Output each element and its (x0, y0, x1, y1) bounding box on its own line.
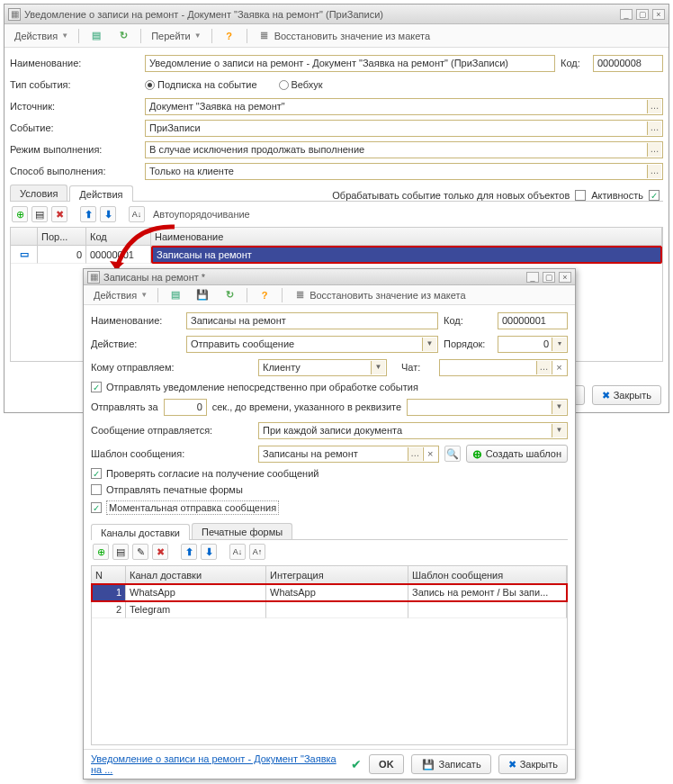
chat-input[interactable]: … × (439, 359, 568, 376)
move-down-button[interactable]: ⬇ (100, 206, 116, 222)
ellipsis-button[interactable]: … (647, 165, 661, 178)
send-before-input[interactable]: 0 (164, 399, 207, 416)
chevron-down-icon[interactable]: ▼ (552, 401, 566, 414)
col-n[interactable]: N (92, 566, 126, 583)
actions-menu[interactable]: Действия ▼ (10, 27, 73, 45)
move-up-button[interactable]: ⬆ (80, 206, 96, 222)
col-por[interactable]: Пор... (38, 228, 86, 245)
ellipsis-button[interactable]: … (647, 143, 661, 157)
msg-sent-select[interactable]: При каждой записи документа ▼ (258, 422, 568, 439)
go-menu[interactable]: Перейти ▼ (147, 27, 206, 45)
child-footer: Уведомление о записи на ремонт - Докумен… (84, 749, 575, 779)
tpl-input[interactable]: Записаны на ремонт … × (258, 446, 439, 463)
refresh-button[interactable]: ↻ (218, 286, 241, 304)
stepper-icon[interactable]: ▾ (552, 338, 566, 351)
clear-button[interactable]: × (423, 447, 437, 461)
tab-channels[interactable]: Каналы доставки (91, 524, 190, 540)
instant-checkbox[interactable]: ✓ (91, 502, 102, 513)
ok-button[interactable]: OK (369, 754, 404, 774)
maximize-button[interactable]: ▢ (636, 9, 649, 20)
chevron-down-icon[interactable]: ▼ (422, 338, 436, 351)
col-template[interactable]: Шаблон сообщения (408, 566, 567, 583)
activity-checkbox[interactable]: ✓ (649, 190, 660, 201)
new-page-button[interactable]: ▤ (164, 286, 187, 304)
restore-template-button[interactable]: ≣ Восстановить значение из макета (253, 27, 435, 45)
new-only-checkbox[interactable] (575, 190, 586, 201)
how-input[interactable]: Только на клиенте … (145, 163, 663, 180)
create-tpl-button[interactable]: ⊕ Создать шаблон (466, 445, 568, 463)
order-input[interactable]: 0 ▾ (498, 336, 568, 353)
channels-grid[interactable]: N Канал доставки Интеграция Шаблон сообщ… (91, 565, 568, 745)
col-integration[interactable]: Интеграция (266, 566, 408, 583)
table-row[interactable]: 1 WhatsApp WhatsApp Запись на ремонт / В… (92, 584, 567, 601)
actions-menu[interactable]: Действия ▼ (89, 286, 152, 304)
autoorder-button[interactable]: Автоупорядочивание (148, 205, 255, 223)
ellipsis-button[interactable]: … (408, 447, 422, 461)
child-code-input[interactable]: 00000001 (498, 312, 568, 329)
page-icon: ▤ (168, 288, 183, 302)
edit-row-button[interactable]: ✎ (132, 544, 148, 560)
chevron-down-icon[interactable]: ▼ (371, 361, 385, 374)
sort-az-button[interactable]: A↓ (129, 206, 145, 222)
ellipsis-button[interactable]: … (536, 361, 551, 374)
consent-checkbox[interactable]: ✓ (91, 468, 102, 479)
new-page-button[interactable]: ▤ (85, 27, 108, 45)
code-input[interactable]: 00000008 (593, 55, 663, 72)
child-name-input[interactable]: Записаны на ремонт (186, 312, 438, 329)
ellipsis-button[interactable]: … (647, 122, 661, 135)
send-immediate-checkbox[interactable]: ✓ (91, 382, 102, 392)
close-button-footer[interactable]: ✖ Закрыть (592, 385, 661, 405)
table-row[interactable]: ▭ 0 00000001 Записаны на ремонт (11, 246, 662, 264)
move-down-button[interactable]: ⬇ (201, 544, 217, 560)
mode-input[interactable]: В случае исключения продолжать выполнени… (145, 141, 663, 158)
minimize-button[interactable]: _ (620, 9, 633, 20)
tab-print-forms[interactable]: Печатные формы (192, 523, 292, 539)
tab-conditions[interactable]: Условия (10, 185, 67, 201)
parent-link[interactable]: Уведомление о записи на ремонт - Докумен… (91, 753, 336, 775)
send-before-label: Отправлять за (91, 401, 158, 412)
radio-webhook[interactable]: Вебхук (279, 79, 323, 90)
refresh-icon: ↻ (116, 29, 130, 43)
maximize-button[interactable]: ▢ (543, 272, 555, 283)
close-button[interactable]: × (652, 9, 665, 20)
delete-row-button[interactable]: ✖ (152, 544, 168, 560)
add-row-button[interactable]: ⊕ (93, 544, 109, 560)
minimize-button[interactable]: _ (526, 272, 539, 283)
sort-desc-button[interactable]: A↑ (249, 544, 265, 560)
help-button[interactable]: ? (253, 286, 276, 304)
delete-row-button[interactable]: ✖ (51, 206, 67, 222)
col-name[interactable]: Наименование (151, 228, 662, 245)
add-row-button[interactable]: ⊕ (12, 206, 28, 222)
save-button[interactable]: 💾 Записать (411, 754, 491, 774)
tab-actions[interactable]: Действия (69, 185, 132, 202)
close-button-footer[interactable]: ✖ Закрыть (498, 754, 568, 774)
to-select[interactable]: Клиенту ▼ (258, 359, 387, 376)
refresh-button[interactable]: ↻ (112, 27, 135, 45)
restore-template-button[interactable]: ≣ Восстановить значение из макета (288, 286, 470, 304)
copy-row-button[interactable]: ▤ (112, 544, 129, 560)
tpl-lookup-button[interactable]: 🔍 (444, 446, 461, 462)
name-input[interactable]: Уведомление о записи на ремонт - Докумен… (145, 55, 555, 72)
save-icon: 💾 (195, 288, 210, 302)
event-input[interactable]: ПриЗаписи … (145, 120, 663, 137)
send-print-checkbox[interactable] (91, 484, 102, 495)
col-code[interactable]: Код (86, 228, 151, 245)
table-row[interactable]: 2 Telegram (92, 601, 567, 618)
help-button[interactable]: ? (218, 27, 241, 45)
ellipsis-button[interactable]: … (647, 100, 661, 113)
close-button[interactable]: × (559, 272, 571, 283)
clear-button[interactable]: × (552, 361, 566, 374)
send-before-req-select[interactable]: ▼ (407, 399, 568, 416)
radio-webhook-label: Вебхук (292, 79, 323, 90)
col-channel[interactable]: Канал доставки (126, 566, 266, 583)
source-input[interactable]: Документ "Заявка на ремонт" … (145, 98, 663, 115)
chevron-down-icon[interactable]: ▼ (552, 424, 566, 437)
action-select[interactable]: Отправить сообщение ▼ (186, 336, 438, 353)
sort-asc-button[interactable]: A↓ (229, 544, 246, 560)
save-tb-button[interactable]: 💾 (191, 286, 214, 304)
move-up-button[interactable]: ⬆ (181, 544, 197, 560)
child-title: Записаны на ремонт * (103, 272, 205, 283)
copy-row-button[interactable]: ▤ (31, 206, 48, 222)
radio-subscribe[interactable]: Подписка на событие (145, 79, 257, 90)
sort-asc-icon: A↓ (233, 547, 243, 556)
